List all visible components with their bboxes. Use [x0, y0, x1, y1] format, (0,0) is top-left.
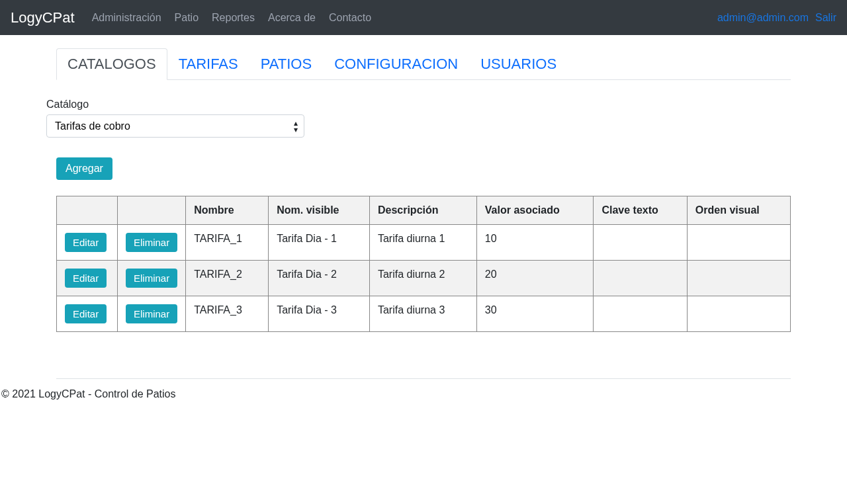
- cell-descripcion: Tarifa diurna 1: [369, 225, 476, 261]
- table-header-row: Nombre Nom. visible Descripción Valor as…: [57, 196, 791, 225]
- col-nombre: Nombre: [186, 196, 269, 225]
- navbar-right: admin@admin.com Salir: [711, 12, 836, 24]
- cell-descripcion: Tarifa diurna 3: [369, 296, 476, 332]
- cell-valor: 20: [476, 261, 594, 296]
- nav-patio[interactable]: Patio: [168, 7, 205, 29]
- tab-patios[interactable]: PATIOS: [249, 48, 323, 80]
- cell-orden: [687, 225, 790, 261]
- cell-valor: 30: [476, 296, 594, 332]
- tab-usuarios[interactable]: USUARIOS: [469, 48, 568, 80]
- catalog-form-group: Catálogo Tarifas de cobro ▴▾: [46, 99, 791, 138]
- nav-administracion[interactable]: Administración: [85, 7, 168, 29]
- user-email-link[interactable]: admin@admin.com: [717, 12, 809, 24]
- cell-clave: [594, 225, 687, 261]
- cell-clave: [594, 261, 687, 296]
- cell-nombre: TARIFA_1: [186, 225, 269, 261]
- cell-visible: Tarifa Dia - 3: [269, 296, 370, 332]
- nav-contacto[interactable]: Contacto: [322, 7, 378, 29]
- navbar-left: LogyCPat Administración Patio Reportes A…: [11, 7, 378, 29]
- table-body: Editar Eliminar TARIFA_1 Tarifa Dia - 1 …: [57, 225, 791, 332]
- cell-nombre: TARIFA_3: [186, 296, 269, 332]
- catalog-label: Catálogo: [46, 99, 791, 110]
- cell-descripcion: Tarifa diurna 2: [369, 261, 476, 296]
- tab-configuracion[interactable]: CONFIGURACION: [323, 48, 469, 80]
- nav-reportes[interactable]: Reportes: [205, 7, 261, 29]
- col-valor-asociado: Valor asociado: [476, 196, 594, 225]
- cell-valor: 10: [476, 225, 594, 261]
- delete-button[interactable]: Eliminar: [126, 233, 177, 252]
- main-container: CATALOGOS TARIFAS PATIOS CONFIGURACION U…: [46, 48, 801, 379]
- col-edit: [57, 196, 118, 225]
- top-navbar: LogyCPat Administración Patio Reportes A…: [0, 0, 847, 35]
- logout-link[interactable]: Salir: [815, 12, 836, 24]
- col-descripcion: Descripción: [369, 196, 476, 225]
- cell-visible: Tarifa Dia - 2: [269, 261, 370, 296]
- nav-acerca-de[interactable]: Acerca de: [261, 7, 322, 29]
- tab-tarifas[interactable]: TARIFAS: [167, 48, 249, 80]
- cell-orden: [687, 296, 790, 332]
- add-button[interactable]: Agregar: [56, 157, 112, 180]
- edit-button[interactable]: Editar: [65, 269, 107, 288]
- footer: © 2021 LogyCPat - Control de Patios: [0, 379, 847, 409]
- table-head: Nombre Nom. visible Descripción Valor as…: [57, 196, 791, 225]
- table-row: Editar Eliminar TARIFA_1 Tarifa Dia - 1 …: [57, 225, 791, 261]
- cell-orden: [687, 261, 790, 296]
- cell-nombre: TARIFA_2: [186, 261, 269, 296]
- nav-tabs: CATALOGOS TARIFAS PATIOS CONFIGURACION U…: [56, 48, 791, 80]
- delete-button[interactable]: Eliminar: [126, 304, 177, 323]
- table-row: Editar Eliminar TARIFA_2 Tarifa Dia - 2 …: [57, 261, 791, 296]
- tab-catalogos[interactable]: CATALOGOS: [56, 48, 167, 80]
- col-orden-visual: Orden visual: [687, 196, 790, 225]
- cell-visible: Tarifa Dia - 1: [269, 225, 370, 261]
- col-clave-texto: Clave texto: [594, 196, 687, 225]
- table-row: Editar Eliminar TARIFA_3 Tarifa Dia - 3 …: [57, 296, 791, 332]
- catalog-table: Nombre Nom. visible Descripción Valor as…: [56, 196, 791, 332]
- cell-clave: [594, 296, 687, 332]
- edit-button[interactable]: Editar: [65, 233, 107, 252]
- edit-button[interactable]: Editar: [65, 304, 107, 323]
- catalog-select-wrap: Tarifas de cobro ▴▾: [46, 114, 304, 138]
- brand-link[interactable]: LogyCPat: [11, 9, 75, 26]
- col-nom-visible: Nom. visible: [269, 196, 370, 225]
- add-row: Agregar: [56, 157, 791, 180]
- col-delete: [118, 196, 186, 225]
- catalog-select[interactable]: Tarifas de cobro: [46, 114, 304, 138]
- delete-button[interactable]: Eliminar: [126, 269, 177, 288]
